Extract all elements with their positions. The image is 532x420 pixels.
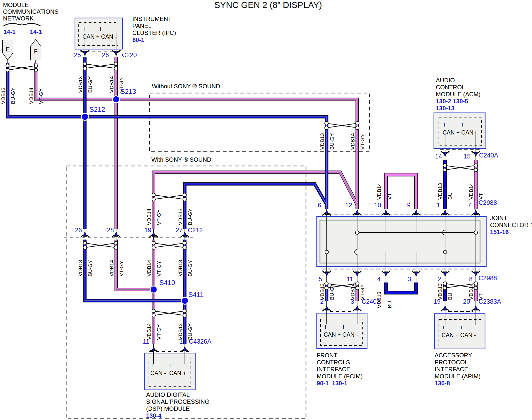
pin-number: 4 bbox=[377, 276, 381, 283]
wire-label: VDB13 bbox=[177, 323, 183, 340]
wire-label: VDB14 bbox=[350, 133, 356, 150]
network-ref-right: 14-1 bbox=[30, 28, 42, 35]
pin-number: 26 bbox=[75, 227, 82, 234]
apim-can-tick2: I bbox=[461, 324, 462, 330]
dsp-label-line1: AUDIO DIGITAL bbox=[146, 391, 190, 398]
wire-label: VDB13 bbox=[77, 260, 83, 277]
terminal-f-label: F bbox=[34, 48, 38, 55]
splice-label-s411: S411 bbox=[188, 291, 204, 299]
fcim-can-tick2: I bbox=[343, 324, 344, 330]
terminal-e-label: E bbox=[6, 46, 10, 53]
fcim-can-label: CAN + CAN - bbox=[324, 331, 358, 338]
apim-label-line4: MODULE (APIM) bbox=[435, 373, 481, 380]
apim-label-line1: ACCESSORY bbox=[435, 352, 472, 359]
connector-name-c240a: C240A bbox=[479, 152, 498, 159]
ipc-can-label: CAN + CAN - bbox=[82, 33, 117, 40]
wire-label: VDB13 bbox=[376, 291, 382, 308]
wire-label: VDB13 bbox=[319, 283, 325, 300]
wire-label: VT-GY bbox=[118, 261, 124, 277]
wire-label: VDB13 bbox=[177, 260, 183, 277]
apim-label-line3: INTERFACE bbox=[435, 366, 468, 373]
wire-label: VDB14 bbox=[109, 76, 115, 93]
apim-ref: 130-8 bbox=[435, 380, 450, 387]
ipc-label-line3: CLUSTER (IPC) bbox=[132, 29, 176, 36]
wire-label: BU-GY bbox=[329, 133, 335, 150]
apim-box bbox=[435, 314, 485, 349]
wire-label: VDB14 bbox=[350, 283, 356, 300]
ipc-ref: 60-1 bbox=[132, 36, 144, 43]
wire-label: VT-GY bbox=[156, 209, 162, 225]
splice-dots bbox=[81, 96, 188, 304]
acm-can-label: CAN + CAN - bbox=[443, 129, 477, 136]
pin-number: 6 bbox=[318, 202, 321, 209]
ipc-can-tick2: I bbox=[100, 26, 101, 32]
wire-label: BU-GY bbox=[87, 76, 93, 93]
wire-label: VDB14 bbox=[376, 183, 382, 200]
pin-number: 5 bbox=[319, 276, 322, 283]
wire-label: VT bbox=[478, 293, 484, 300]
wire-label: VDB14 bbox=[109, 260, 115, 277]
pin-number: 14 bbox=[435, 153, 442, 160]
wire-label: VDB13 bbox=[77, 76, 83, 93]
pin-number: 9 bbox=[407, 202, 411, 209]
page-title: SYNC GEN 2 (8” DISPLAY) bbox=[214, 0, 322, 10]
pin-number: 26 bbox=[102, 51, 109, 59]
connector-name-c220: C220 bbox=[122, 51, 137, 59]
wire-label: VT bbox=[387, 193, 393, 200]
jc-ref: 151-16 bbox=[490, 229, 509, 236]
dsp-label-line2: SIGNAL PROCESSING bbox=[146, 398, 210, 405]
acm-ref1: 130-2 130-5 bbox=[436, 98, 468, 105]
connector-name-c212: C212 bbox=[188, 227, 203, 234]
wire-label: VT-GY bbox=[38, 88, 44, 104]
acm-label-line1: AUDIO bbox=[436, 77, 455, 84]
jc-label-line2: CONNECTOR 11 bbox=[490, 222, 532, 229]
pin-number: 28 bbox=[107, 227, 114, 234]
connector-name-c2988-bottom: C2988 bbox=[479, 275, 497, 282]
ipc-can-tick1: I bbox=[83, 26, 85, 32]
pin-number: 11 bbox=[347, 276, 353, 283]
splice-label-s410: S410 bbox=[159, 279, 175, 287]
pin-number: 27 bbox=[176, 227, 183, 234]
connector-boundaries bbox=[64, 51, 481, 351]
fcim-label-line3: INTERFACE bbox=[317, 366, 350, 373]
connector-name-c2988-top: C2988 bbox=[479, 199, 497, 206]
without-sony-region bbox=[149, 93, 370, 152]
wire-label: BU bbox=[447, 192, 453, 200]
wire-label: VT bbox=[478, 193, 484, 200]
wire-label: VDB13 bbox=[437, 283, 443, 300]
wire-label: VT-GY bbox=[118, 77, 124, 93]
pin-number: 15 bbox=[464, 153, 471, 160]
connector-arrows bbox=[81, 50, 480, 352]
wire-label: BU-GY bbox=[187, 208, 193, 225]
apim-can-tick1: I bbox=[443, 324, 444, 330]
wire-label: VDB13 bbox=[437, 183, 443, 200]
pin-number: 12 bbox=[345, 202, 352, 209]
pin-number: 8 bbox=[469, 276, 473, 283]
wire-label: VT-GY bbox=[156, 324, 162, 340]
pin-number: 1 bbox=[437, 202, 440, 209]
fcim-label-line2: CONTROLS bbox=[317, 359, 350, 366]
acm-label-line2: CONTROL bbox=[436, 84, 465, 91]
acm-can-tick1: I bbox=[444, 122, 445, 128]
wire-label: BU-GY bbox=[87, 260, 93, 277]
pin-number: 19 bbox=[144, 227, 151, 234]
network-brace bbox=[3, 23, 40, 26]
with-sony-label: With SONY ® SOUND bbox=[151, 156, 211, 163]
wiring-diagram: SYNC GEN 2 (8” DISPLAY) MODULE COMMUNICA… bbox=[0, 0, 532, 420]
wire-label: VDB14 bbox=[28, 87, 34, 104]
ipc-label-line1: INSTRUMENT bbox=[132, 15, 172, 22]
jc-label-line1: JOINT bbox=[490, 215, 507, 222]
fcim-ref: 90-1 130-1 bbox=[317, 380, 347, 387]
wire-label: VDB14 bbox=[146, 260, 152, 277]
fcim-can-tick1: I bbox=[325, 324, 326, 330]
wire-label: VDB14 bbox=[468, 283, 474, 300]
wire-label: BU-GY bbox=[10, 87, 16, 104]
pin-number: 7 bbox=[468, 202, 471, 209]
acm-can-tick2: I bbox=[462, 122, 463, 128]
pin-number: 10 bbox=[374, 202, 381, 209]
dsp-can-label: CAN - CAN + bbox=[150, 370, 186, 377]
network-label-line1: MODULE bbox=[3, 1, 29, 8]
network-label-line3: NETWORK bbox=[3, 15, 34, 22]
wire-label: BU-GY bbox=[187, 260, 193, 277]
wire-label: VDB14 bbox=[146, 323, 152, 340]
